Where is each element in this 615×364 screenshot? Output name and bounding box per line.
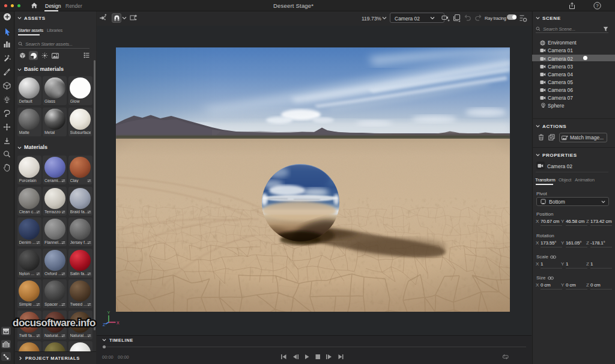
svg-text:?: ? bbox=[596, 3, 599, 8]
svg-text:Y: Y bbox=[108, 311, 111, 315]
svg-text:Z: Z bbox=[103, 323, 106, 327]
svg-text:X: X bbox=[117, 321, 120, 325]
